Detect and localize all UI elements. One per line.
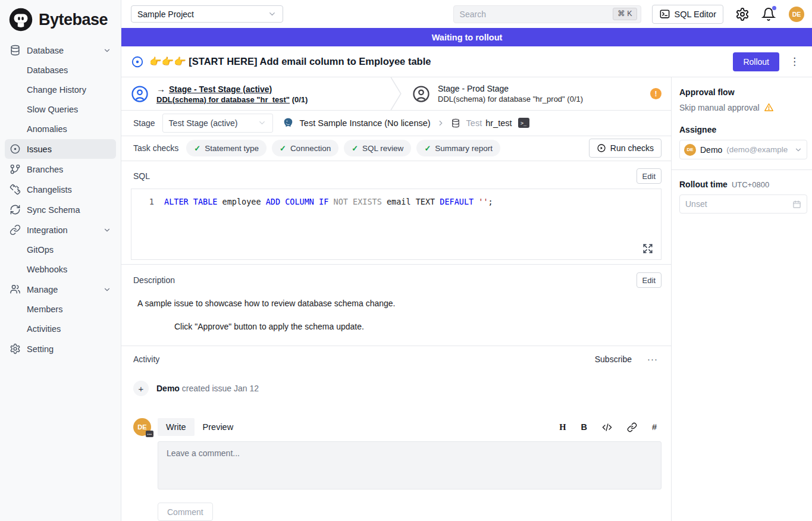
sidebar-item-manage[interactable]: Manage [5, 280, 116, 299]
stage-select[interactable]: Test Stage (active) [162, 114, 273, 133]
description-edit-button[interactable]: Edit [637, 272, 661, 288]
comment-input[interactable] [158, 441, 661, 489]
assignee-name: Demo [700, 145, 722, 155]
sidebar-item-integration[interactable]: Integration [5, 220, 116, 240]
sql-token: DEFAULT [440, 196, 478, 208]
bold-button[interactable]: B [581, 423, 587, 432]
open-sql-editor-icon[interactable]: >_ [518, 118, 529, 128]
sidebar-item-activities[interactable]: Activities [5, 319, 116, 338]
stage-card-test[interactable]: →Stage - Test Stage (active) DDL(schema)… [121, 77, 390, 110]
subscribe-button[interactable]: Subscribe [595, 354, 632, 364]
notification-dot [772, 6, 776, 10]
chevron-down-icon [268, 10, 277, 18]
notification-bell-icon[interactable] [761, 7, 776, 21]
rollout-button[interactable]: Rollout [733, 52, 779, 71]
sidebar-item-label: Sync Schema [27, 205, 80, 215]
rollout-time-input[interactable]: Unset [679, 194, 807, 214]
user-avatar[interactable]: DE [789, 7, 804, 22]
settings-gear-icon[interactable] [735, 7, 750, 21]
timezone-label: UTC+0800 [732, 180, 769, 189]
check-pass-icon: ✓ [280, 144, 286, 153]
brand-logo[interactable]: Bytebase [0, 0, 121, 38]
sidebar-item-label: Change History [27, 85, 86, 95]
sidebar-item-label: Database [27, 46, 64, 55]
check-connection[interactable]: ✓ Connection [272, 140, 338, 156]
tab-write[interactable]: Write [158, 418, 195, 436]
sidebar-item-webhooks[interactable]: Webhooks [5, 260, 116, 279]
postgres-icon [283, 117, 294, 128]
activity-event: + Demo created issue Jan 12 [131, 381, 661, 396]
stage-task: DDL(schema) for database "hr_prod" (0/1) [438, 95, 583, 103]
gear-icon [10, 343, 21, 354]
issue-side-panel: Approval flow Skip manual approval Assig… [671, 77, 812, 521]
sidebar-item-members[interactable]: Members [5, 300, 116, 319]
issue-content: →Stage - Test Stage (active) DDL(schema)… [121, 77, 671, 521]
link-button[interactable] [627, 422, 637, 432]
warning-circle-icon: ! [650, 88, 661, 99]
sidebar-item-gitops[interactable]: GitOps [5, 240, 116, 259]
sidebar-item-slow-queries[interactable]: Slow Queries [5, 100, 116, 119]
terminal-icon [659, 8, 670, 20]
sidebar-item-label: Integration [27, 225, 68, 235]
task-checks-row: Task checks ✓ Statement type ✓ Connectio… [121, 136, 671, 161]
bytebase-logo-icon [8, 7, 33, 32]
issue-more-menu-icon[interactable]: ⋮ [789, 57, 800, 67]
heading-button[interactable]: H [559, 423, 566, 432]
project-select-value: Sample Project [137, 10, 194, 19]
active-stage-arrow: → [156, 84, 165, 94]
chevron-down-icon [103, 46, 111, 55]
check-statement-type[interactable]: ✓ Statement type [186, 140, 267, 156]
stage-user-icon [131, 85, 149, 103]
sidebar-item-label: Changelists [27, 185, 72, 194]
sql-token: ALTER TABLE [164, 196, 222, 208]
stage-task: DDL(schema) for database "hr_test" [156, 95, 290, 104]
assignee-select[interactable]: DE Demo (demo@example [679, 140, 807, 159]
sidebar-item-database[interactable]: Database [5, 40, 116, 60]
search-input[interactable] [460, 10, 609, 19]
check-label: Summary report [435, 144, 493, 153]
project-select[interactable]: Sample Project [131, 5, 283, 23]
stage-select-value: Test Stage (active) [169, 118, 238, 128]
check-label: Statement type [205, 144, 259, 153]
sql-token: ; [488, 196, 493, 208]
sql-edit-button[interactable]: Edit [637, 168, 661, 184]
sidebar-item-setting[interactable]: Setting [5, 339, 116, 359]
sidebar-item-changelists[interactable]: Changelists [5, 180, 116, 199]
sidebar-item-issues[interactable]: Issues [5, 139, 116, 159]
sql-editor-button[interactable]: SQL Editor [652, 5, 723, 24]
instance-name[interactable]: Test Sample Instance (No license) [300, 118, 431, 128]
rollout-time-label: Rollout time [679, 180, 728, 189]
database-name[interactable]: hr_test [485, 118, 512, 128]
hash-button[interactable]: # [652, 423, 657, 432]
search-box[interactable]: ⌘ K [453, 5, 641, 23]
pencil-ruler-icon [10, 184, 21, 195]
tab-preview[interactable]: Preview [195, 418, 242, 436]
code-button[interactable] [602, 422, 612, 432]
stage-label: Stage [133, 118, 155, 128]
run-checks-button[interactable]: Run checks [589, 139, 661, 158]
stage-user-icon [412, 85, 430, 103]
sidebar-item-branches[interactable]: Branches [5, 159, 116, 179]
check-sql-review[interactable]: ✓ SQL review [344, 140, 411, 156]
sidebar-item-databases[interactable]: Databases [5, 61, 116, 80]
issue-title-row: 👉👉👉 [START HERE] Add email column to Emp… [121, 46, 812, 77]
database-icon [451, 118, 460, 128]
sidebar-item-change-history[interactable]: Change History [5, 80, 116, 99]
sidebar-item-label: Anomalies [27, 124, 67, 134]
stage-card-prod[interactable]: Stage - Prod Stage DDL(schema) for datab… [403, 77, 671, 110]
warning-triangle-icon [764, 102, 774, 112]
chat-bubble-badge-icon: ••• [146, 431, 153, 437]
sidebar-item-anomalies[interactable]: Anomalies [5, 120, 116, 139]
sql-editor[interactable]: 1ALTER TABLE employee ADD COLUMN IF NOT … [131, 189, 661, 260]
sidebar-item-label: Issues [27, 145, 52, 154]
sql-code-line: 1ALTER TABLE employee ADD COLUMN IF NOT … [131, 189, 661, 208]
markdown-toolbar: H B # [559, 422, 661, 432]
stage-name: Stage - Test Stage (active) [169, 84, 272, 94]
expand-editor-icon[interactable] [642, 243, 653, 254]
check-summary-report[interactable]: ✓ Summary report [416, 140, 500, 156]
activity-more-menu-icon[interactable]: ··· [647, 354, 658, 364]
sidebar-item-sync-schema[interactable]: Sync Schema [5, 200, 116, 219]
comment-submit-button[interactable]: Comment [158, 503, 213, 521]
sidebar-item-label: Setting [27, 344, 54, 354]
event-actor: Demo [156, 384, 180, 393]
